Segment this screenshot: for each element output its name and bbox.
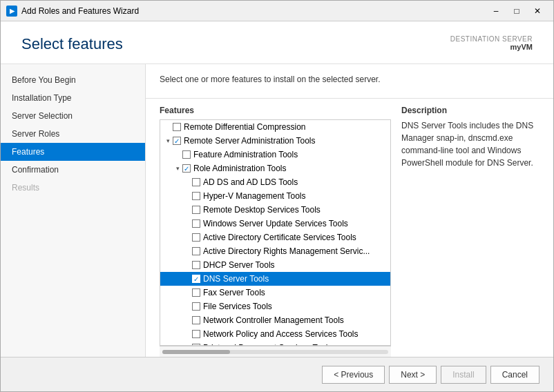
tree-item-fstools[interactable]: File Services Tools [160, 300, 390, 313]
checkbox-rsat[interactable] [173, 137, 181, 145]
tree-item-rdtools[interactable]: Remote Desktop Services Tools [160, 203, 390, 217]
destination-server: DESTINATION SERVER myVM [450, 35, 533, 51]
scrollbar-thumb [162, 350, 230, 354]
checkbox-hypervtools[interactable] [192, 192, 200, 200]
checkbox-dhcptools[interactable] [192, 261, 200, 269]
label-addstools: AD DS and AD LDS Tools [203, 177, 298, 187]
instruction-section: Select one or more features to install o… [146, 64, 553, 99]
panels-row: Features Remote Differential Compression [146, 99, 553, 357]
label-dhcptools: DHCP Server Tools [203, 260, 275, 270]
install-button: Install [441, 366, 486, 384]
description-text: DNS Server Tools includes the DNS Manage… [401, 119, 539, 169]
tree-item-rdc[interactable]: Remote Differential Compression [160, 120, 390, 134]
destination-label: DESTINATION SERVER [450, 35, 533, 43]
window-controls: – □ ✕ [486, 4, 548, 18]
tree-item-adrmtools[interactable]: Active Directory Rights Management Servi… [160, 244, 390, 258]
label-fat: Feature Administration Tools [193, 150, 298, 159]
tree-item-hypervtools[interactable]: Hyper-V Management Tools [160, 189, 390, 203]
title-bar: ▶ Add Roles and Features Wizard – □ ✕ [1, 1, 553, 21]
sidebar-item-features[interactable]: Features [1, 143, 145, 161]
install-label: Install [452, 370, 474, 380]
features-tree[interactable]: Remote Differential Compression Remote S… [160, 119, 391, 346]
app-icon: ▶ [6, 6, 17, 17]
tree-item-dnstools[interactable]: DNS Server Tools [160, 272, 390, 286]
checkbox-npatools[interactable] [192, 330, 200, 338]
next-label: Next > [401, 370, 425, 380]
tree-item-adcstools[interactable]: Active Directory Certificate Services To… [160, 231, 390, 244]
previous-button[interactable]: < Previous [322, 366, 385, 384]
checkbox-rdc[interactable] [173, 123, 181, 131]
cancel-button[interactable]: Cancel [490, 366, 539, 384]
sidebar-item-before-you-begin[interactable]: Before You Begin [1, 71, 145, 89]
description-label: Description [401, 106, 539, 115]
tree-item-npatools[interactable]: Network Policy and Access Services Tools [160, 327, 390, 341]
checkbox-faxtools[interactable] [192, 288, 200, 297]
checkbox-dnstools[interactable] [192, 275, 200, 283]
main-body: Before You Begin Installation Type Serve… [1, 64, 553, 357]
tree-item-pdtools[interactable]: Print and Document Services Tools [160, 341, 390, 346]
tree-item-rat[interactable]: Role Administration Tools [160, 161, 390, 175]
sidebar-item-results: Results [1, 179, 145, 197]
tree-item-dhcptools[interactable]: DHCP Server Tools [160, 258, 390, 272]
tree-item-rsat[interactable]: Remote Server Administration Tools [160, 134, 390, 148]
maximize-button[interactable]: □ [506, 4, 527, 18]
sidebar: Before You Begin Installation Type Serve… [1, 64, 146, 357]
horizontal-scrollbar[interactable] [160, 346, 391, 357]
sidebar-item-installation-type[interactable]: Installation Type [1, 89, 145, 107]
right-panel: Select one or more features to install o… [146, 64, 553, 357]
tree-item-ncmtools[interactable]: Network Controller Management Tools [160, 313, 390, 327]
checkbox-addstools[interactable] [192, 178, 200, 186]
label-adrmtools: Active Directory Rights Management Servi… [203, 246, 370, 256]
window-title: Add Roles and Features Wizard [21, 6, 486, 16]
label-dnstools: DNS Server Tools [203, 274, 269, 284]
label-npatools: Network Policy and Access Services Tools [203, 329, 359, 339]
previous-label: < Previous [334, 370, 373, 380]
label-wsustools: Windows Server Update Services Tools [203, 219, 348, 228]
footer: < Previous Next > Install Cancel [1, 357, 553, 391]
label-adcstools: Active Directory Certificate Services To… [203, 233, 356, 242]
features-label: Features [160, 106, 391, 115]
server-name: myVM [450, 43, 533, 51]
label-fstools: File Services Tools [203, 302, 272, 311]
features-panel: Features Remote Differential Compression [160, 99, 391, 357]
close-button[interactable]: ✕ [527, 4, 548, 18]
cancel-label: Cancel [502, 370, 528, 380]
label-rdc: Remote Differential Compression [184, 122, 306, 132]
label-ncmtools: Network Controller Management Tools [203, 315, 344, 325]
checkbox-adrmtools[interactable] [192, 247, 200, 255]
minimize-button[interactable]: – [486, 4, 506, 18]
expander-rsat[interactable] [163, 136, 173, 146]
checkbox-rdtools[interactable] [192, 206, 200, 214]
sidebar-item-server-selection[interactable]: Server Selection [1, 107, 145, 125]
sidebar-item-server-roles[interactable]: Server Roles [1, 125, 145, 143]
sidebar-item-confirmation[interactable]: Confirmation [1, 161, 145, 179]
page-title: Select features [21, 35, 123, 53]
tree-item-faxtools[interactable]: Fax Server Tools [160, 286, 390, 300]
label-pdtools: Print and Document Services Tools [203, 343, 332, 346]
label-rat: Role Administration Tools [193, 164, 287, 173]
tree-item-fat[interactable]: Feature Administration Tools [160, 148, 390, 161]
checkbox-fstools[interactable] [192, 302, 200, 311]
label-rsat: Remote Server Administration Tools [184, 136, 316, 146]
main-window: ▶ Add Roles and Features Wizard – □ ✕ Se… [0, 0, 554, 392]
label-rdtools: Remote Desktop Services Tools [203, 205, 321, 215]
checkbox-rat[interactable] [182, 164, 191, 173]
tree-item-addstools[interactable]: AD DS and AD LDS Tools [160, 175, 390, 189]
expander-rat[interactable] [173, 164, 182, 173]
instruction-text: Select one or more features to install o… [160, 75, 539, 84]
page-header: Select features DESTINATION SERVER myVM [1, 21, 553, 64]
checkbox-fat[interactable] [182, 150, 191, 159]
tree-item-wsustools[interactable]: Windows Server Update Services Tools [160, 217, 390, 231]
label-hypervtools: Hyper-V Management Tools [203, 191, 306, 201]
scrollbar-track [162, 350, 388, 354]
checkbox-adcstools[interactable] [192, 233, 200, 242]
checkbox-ncmtools[interactable] [192, 316, 200, 324]
label-faxtools: Fax Server Tools [203, 288, 265, 297]
checkbox-wsustools[interactable] [192, 219, 200, 228]
description-panel: Description DNS Server Tools includes th… [401, 99, 539, 357]
next-button[interactable]: Next > [389, 366, 437, 384]
checkbox-pdtools[interactable] [192, 344, 200, 346]
